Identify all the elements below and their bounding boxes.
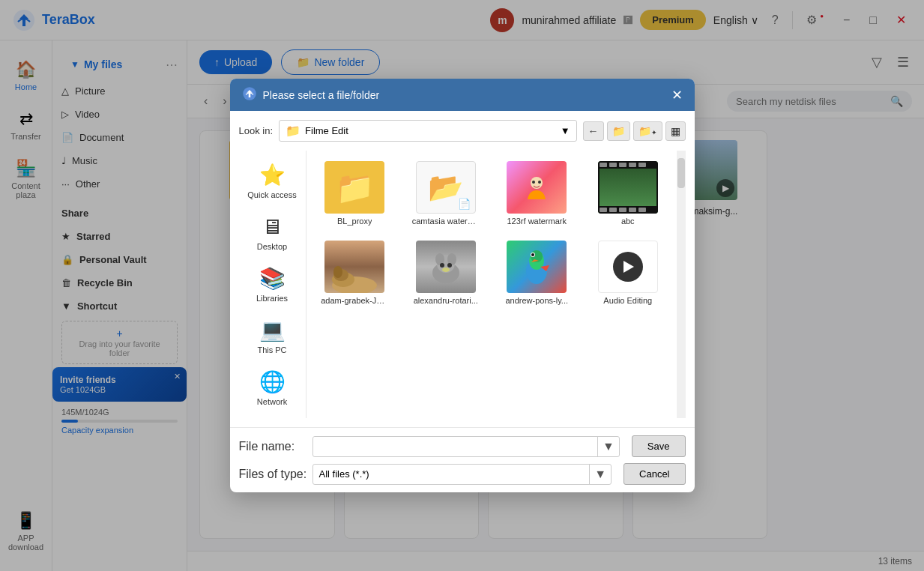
dialog-file-item[interactable]: alexandru-rotari...	[403, 236, 489, 309]
audio-thumb	[598, 241, 658, 293]
dialog-file-name: 123rf watermark	[507, 217, 567, 226]
dialog-file-name: adam-grabek-JC...	[321, 296, 388, 305]
libraries-item[interactable]: 📚 Libraries	[242, 260, 303, 309]
quick-access-item[interactable]: ⭐ Quick access	[242, 157, 303, 205]
filename-input-wrap: ▼	[312, 436, 620, 457]
up-folder-button[interactable]: 📁	[607, 121, 630, 141]
dialog-content: ⭐ Quick access 🖥 Desktop 📚 Libraries 💻 T…	[239, 151, 686, 418]
filetype-row: Files of type: All files (*.*) ▼ Cancel	[239, 463, 686, 485]
file-select-dialog: Please select a file/folder ✕ Look in: 📁…	[230, 79, 695, 492]
filename-row: File name: ▼ Save	[239, 435, 686, 457]
desktop-label: Desktop	[257, 242, 287, 251]
image-film-thumb	[598, 161, 658, 214]
svg-point-13	[440, 263, 444, 268]
filetype-label: Files of type:	[239, 468, 307, 481]
filename-input[interactable]	[313, 437, 598, 456]
network-icon: 🌐	[259, 369, 286, 394]
filetype-select-wrap[interactable]: All files (*.*) ▼	[312, 464, 612, 485]
svg-point-20	[531, 253, 534, 256]
lookin-select-inner: 📁 Filme Edit	[286, 124, 561, 138]
dialog-close-button[interactable]: ✕	[671, 87, 683, 103]
image-parrot-thumb	[507, 241, 567, 293]
dialog-scrollbar[interactable]	[677, 151, 686, 418]
dialog-title-bar: Please select a file/folder ✕	[230, 79, 695, 111]
desktop-icon: 🖥	[262, 214, 283, 239]
lookin-label: Look in:	[239, 125, 274, 136]
dialog-file-name: andrew-pons-ly...	[505, 296, 568, 305]
dialog-logo-icon	[242, 86, 257, 103]
cancel-btn-area: Cancel	[623, 463, 685, 485]
new-folder-dialog-button[interactable]: 📁✦	[633, 121, 662, 141]
save-button[interactable]: Save	[632, 435, 686, 457]
dialog-title-text: Please select a file/folder	[263, 89, 380, 101]
folder-white-thumb: 📂 📄	[416, 161, 476, 214]
scroll-track	[677, 151, 686, 418]
play-icon	[623, 261, 634, 273]
dialog-file-item[interactable]: andrew-pons-ly...	[495, 236, 580, 309]
dropdown-icon: ▼	[561, 125, 570, 136]
star-icon: ⭐	[259, 163, 286, 187]
dialog-file-item[interactable]: 123rf watermark	[495, 157, 580, 230]
dialog-file-grid: 📁 BL_proxy 📂 📄 camtasia watermark	[307, 151, 677, 405]
svg-point-8	[333, 266, 342, 278]
dialog-body: Look in: 📁 Filme Edit ▼ ← 📁 📁✦	[230, 111, 695, 427]
lookin-select[interactable]: 📁 Filme Edit ▼	[279, 120, 576, 142]
network-item[interactable]: 🌐 Network	[242, 363, 303, 412]
dialog-file-item[interactable]: Audio Editing	[585, 236, 671, 309]
dialog-left-panel: ⭐ Quick access 🖥 Desktop 📚 Libraries 💻 T…	[239, 151, 307, 418]
view-toggle-button[interactable]: ▦	[665, 121, 686, 141]
computer-icon: 💻	[259, 318, 286, 342]
dialog-file-name: abc	[621, 217, 635, 226]
dialog-file-name: camtasia watermark	[412, 217, 480, 226]
view-grid-icon: ▦	[671, 125, 680, 137]
up-folder-icon: 📁	[612, 125, 625, 137]
dialog-file-item[interactable]: 📂 📄 camtasia watermark	[403, 157, 489, 230]
svg-point-14	[447, 263, 452, 268]
folder-small-icon: 📁	[286, 124, 301, 138]
play-circle	[613, 252, 643, 282]
dialog-file-name: alexandru-rotari...	[414, 296, 478, 305]
image-child-thumb	[507, 161, 567, 214]
lookin-value: Filme Edit	[305, 125, 348, 136]
back-button[interactable]: ←	[583, 121, 604, 141]
dialog-title-left: Please select a file/folder	[242, 86, 380, 103]
cancel-button[interactable]: Cancel	[623, 463, 685, 485]
desktop-item[interactable]: 🖥 Desktop	[242, 208, 303, 257]
svg-point-4	[538, 181, 541, 184]
filetype-value: All files (*.*)	[313, 465, 590, 483]
dialog-action-buttons: Save	[632, 435, 686, 457]
filename-label: File name:	[239, 440, 307, 453]
dialog-overlay: Please select a file/folder ✕ Look in: 📁…	[0, 0, 924, 571]
libraries-icon: 📚	[259, 266, 286, 291]
dialog-footer: File name: ▼ Save Files of type: All fil…	[230, 427, 695, 492]
svg-point-3	[532, 181, 535, 184]
libraries-label: Libraries	[256, 294, 288, 303]
scroll-thumb[interactable]	[677, 158, 685, 188]
quick-access-label: Quick access	[247, 190, 296, 199]
this-pc-label: This PC	[257, 345, 286, 354]
this-pc-item[interactable]: 💻 This PC	[242, 312, 303, 360]
image-dog-sleeping-thumb	[324, 241, 384, 293]
dialog-file-item[interactable]: 📁 BL_proxy	[312, 157, 398, 230]
dialog-file-name: Audio Editing	[603, 296, 652, 305]
dialog-file-item[interactable]: adam-grabek-JC...	[312, 236, 398, 309]
svg-point-15	[442, 268, 450, 272]
network-label: Network	[257, 397, 287, 406]
filename-dropdown-btn[interactable]: ▼	[597, 437, 619, 456]
lookin-actions: ← 📁 📁✦ ▦	[583, 121, 686, 141]
dialog-file-item[interactable]: abc	[585, 157, 671, 230]
image-grey-dog-thumb	[416, 241, 476, 293]
new-folder-dialog-icon: 📁	[638, 125, 651, 137]
filetype-dropdown-btn[interactable]: ▼	[589, 465, 611, 484]
dialog-file-name: BL_proxy	[337, 217, 372, 226]
lookin-row: Look in: 📁 Filme Edit ▼ ← 📁 📁✦	[239, 120, 686, 142]
folder-yellow-thumb: 📁	[324, 161, 384, 214]
